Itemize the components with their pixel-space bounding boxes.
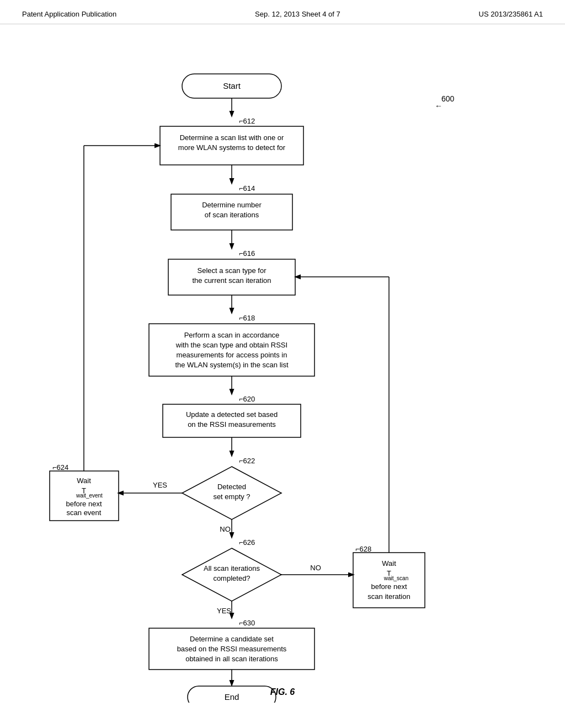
node-622-text1: Detected xyxy=(217,483,246,491)
ref-612: ⌐612 xyxy=(239,117,255,125)
node-628-text1: before next xyxy=(371,582,407,591)
node-620-text1: Update a detected set based xyxy=(186,410,278,419)
ref-622: ⌐622 xyxy=(239,457,255,465)
node-620-text2: on the RSSI measurements xyxy=(188,420,276,429)
ref-600: 600 xyxy=(441,94,455,103)
node-614-text1: Determine number xyxy=(202,201,262,209)
node-624-sub: wait_event xyxy=(76,493,103,499)
node-630-text1: Determine a candidate set xyxy=(190,635,274,643)
node-624-text1: before next xyxy=(66,500,102,508)
no-label-622: NO xyxy=(220,525,231,533)
header-left: Patent Application Publication xyxy=(22,10,116,18)
node-618-text1: Perform a scan in accordance xyxy=(184,331,280,339)
flowchart-svg: 600 ← Start ⌐612 Determine a scan list w… xyxy=(0,30,565,703)
figure-label: FIG. 6 xyxy=(270,687,295,697)
node-616-text2: the current scan iteration xyxy=(192,276,271,285)
ref-600-arrow: ← xyxy=(435,101,443,110)
node-612-text1: Determine a scan list with one or xyxy=(180,133,284,142)
yes-label-626: YES xyxy=(217,607,231,615)
node-622-text2: set empty ? xyxy=(213,493,250,501)
node-612-text2: more WLAN systems to detect for xyxy=(178,143,286,152)
start-label: Start xyxy=(223,81,241,90)
node-624-text2: scan event xyxy=(67,508,102,517)
diagram-container: 600 ← Start ⌐612 Determine a scan list w… xyxy=(0,30,565,703)
node-624-wait: Wait xyxy=(77,477,91,485)
yes-label-622: YES xyxy=(153,481,167,489)
node-616-text1: Select a scan type for xyxy=(197,266,266,275)
node-618-text2: with the scan type and obtain RSSI xyxy=(175,341,287,349)
node-628-text2: scan iteration xyxy=(367,592,410,601)
no-label-626: NO xyxy=(310,564,321,572)
node-628-sub: wait_scan xyxy=(383,575,408,581)
ref-616: ⌐616 xyxy=(239,249,255,258)
node-628-wait: Wait xyxy=(382,559,396,568)
node-630-text2: based on the RSSI measurements xyxy=(177,645,287,653)
node-630-text3: obtained in all scan iterations xyxy=(185,655,278,663)
ref-614: ⌐614 xyxy=(239,184,255,192)
node-626-text1: All scan iterations xyxy=(204,564,260,572)
ref-624: ⌐624 xyxy=(52,463,68,472)
node-618-text3: measurements for access points in xyxy=(177,351,287,359)
end-label: End xyxy=(225,692,239,702)
ref-628: ⌐628 xyxy=(355,545,371,553)
header-right: US 2013/235861 A1 xyxy=(479,10,543,18)
node-618-text4: the WLAN system(s) in the scan list xyxy=(175,361,289,369)
page-header: Patent Application Publication Sep. 12, … xyxy=(0,0,565,24)
ref-626: ⌐626 xyxy=(239,538,255,547)
node-626-text2: completed? xyxy=(213,574,250,582)
ref-620: ⌐620 xyxy=(239,395,255,403)
ref-630: ⌐630 xyxy=(239,619,255,627)
ref-618: ⌐618 xyxy=(239,314,255,322)
node-614-text2: of scan iterations xyxy=(205,211,259,219)
header-center: Sep. 12, 2013 Sheet 4 of 7 xyxy=(255,10,340,18)
